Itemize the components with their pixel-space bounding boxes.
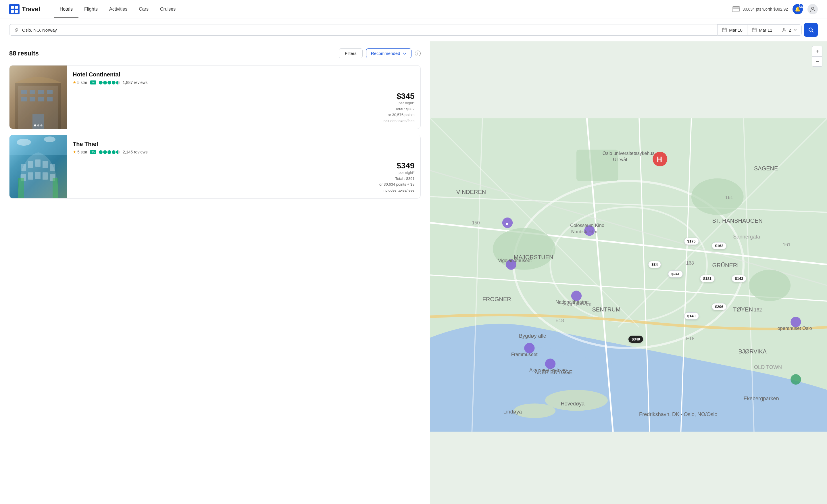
svg-point-43 [44,137,55,142]
nav-hotels[interactable]: Hotels [54,1,79,17]
svg-rect-5 [733,7,739,11]
taxes-label: Includes taxes/fees [73,118,415,124]
price-marker-140[interactable]: $140 [684,312,699,319]
nav-flights[interactable]: Flights [79,1,103,17]
map-svg: VINDEREN SAGENE ST. HANSHAUGEN Sannergat… [430,41,827,504]
price-marker-206[interactable]: $206 [712,303,726,310]
dot-2 [37,124,39,127]
location-icon [14,27,19,33]
total-price: Total : $382 [73,106,415,112]
hotel-info-thief: The Thief ★ 5 star TA [67,135,421,198]
carousel-dots [34,124,43,127]
tripadvisor-icon: TA [90,81,96,85]
zoom-in-button[interactable]: + [812,46,822,56]
price-marker-241[interactable]: $241 [668,270,683,278]
hotel-price: $349 [396,161,415,170]
user-icon [810,6,816,12]
svg-rect-41 [9,135,67,155]
svg-rect-1 [11,6,14,9]
price-marker-34[interactable]: $34 [648,261,661,268]
hotel-info-continental: Hotel Continental ★ 5 star TA [67,65,421,129]
guests-selector[interactable]: 2 [777,24,802,36]
notification-badge: 1 [799,3,804,8]
svg-text:Frammuseet: Frammuseet [511,352,537,357]
star-icon: ★ [73,80,77,85]
svg-text:Ullevål: Ullevål [613,157,627,162]
svg-point-102 [790,374,801,385]
svg-rect-9 [722,28,726,32]
taxes-label: Includes taxes/fees [73,188,415,194]
svg-text:BJØRVIKA: BJØRVIKA [738,348,767,355]
nav-cruises[interactable]: Cruises [154,1,181,17]
reviews-count: 1,887 reviews [123,80,147,85]
rating-dot-1 [99,81,103,85]
stars-label: 5 star [77,150,87,154]
svg-text:FROGNER: FROGNER [482,296,511,302]
checkin-date[interactable]: Mar 10 [718,24,747,36]
rating-dot-5 [116,81,120,85]
notification-button[interactable]: 🔔 1 [792,4,803,14]
logo[interactable]: Travel [9,4,40,14]
price-marker-181[interactable]: $181 [700,275,715,282]
rating-dot-1 [99,150,103,154]
svg-text:161: 161 [782,242,790,247]
user-avatar-button[interactable] [808,4,818,14]
search-button[interactable] [804,23,818,37]
price-marker-162[interactable]: $162 [712,242,726,249]
results-count: 88 results [9,50,39,57]
zoom-out-button[interactable]: − [812,56,822,67]
svg-rect-3 [11,10,14,13]
hotel-card[interactable]: The Thief ★ 5 star TA [9,135,421,199]
travel-logo-icon [9,4,19,14]
map-panel: VINDEREN SAGENE ST. HANSHAUGEN Sannergat… [430,41,827,504]
guests-value: 2 [789,28,791,33]
sort-label: Recommended [371,51,400,56]
stars-label: 5 star [77,80,87,85]
price-marker-175[interactable]: $175 [684,238,699,245]
dot-3 [41,124,43,127]
hotel-card[interactable]: Hotel Continental ★ 5 star TA [9,65,421,129]
rating-dot-2 [103,150,107,154]
hotel-illustration-thief [9,135,67,198]
svg-rect-26 [21,97,27,101]
calendar-icon-2 [752,28,757,32]
rating-dot-5 [116,150,120,154]
rating-dots [99,81,120,85]
hotel-name: The Thief [73,141,415,147]
rating-dot-3 [107,81,111,85]
location-input[interactable]: Oslo, NO, Norway [9,24,718,36]
per-night: per night* [73,170,415,175]
checkout-date[interactable]: Mar 11 [747,24,777,36]
guests-icon [782,28,786,32]
svg-text:Vigelandmuseet: Vigelandmuseet [498,258,532,263]
svg-point-17 [783,28,785,30]
svg-rect-4 [15,10,18,13]
svg-rect-32 [28,161,33,168]
rating-dot-2 [103,81,107,85]
filters-button[interactable]: Filters [339,48,362,58]
svg-text:OLD TOWN: OLD TOWN [754,364,782,370]
svg-text:E18: E18 [555,318,564,323]
total-price: Total : $391 [73,176,415,182]
svg-rect-38 [35,172,41,179]
price-marker-143[interactable]: $143 [732,275,746,282]
svg-text:168: 168 [686,260,694,265]
hotel-image-continental [9,65,67,129]
svg-rect-29 [47,97,53,101]
svg-rect-35 [50,164,55,171]
price-marker-349[interactable]: $349 [628,336,643,343]
rating-dot-4 [112,150,115,154]
main-nav: Hotels Flights Activities Cars Cruises [54,1,732,17]
sort-button[interactable]: Recommended [366,48,411,58]
rating-dot-4 [112,81,115,85]
svg-rect-39 [43,172,48,180]
info-icon[interactable]: i [415,51,421,56]
nav-activities[interactable]: Activities [103,1,133,17]
svg-text:Oslo universitetssykehus,: Oslo universitetssykehus, [602,151,655,156]
location-value: Oslo, NO, Norway [22,28,57,33]
svg-text:VINDEREN: VINDEREN [456,189,486,195]
svg-text:H: H [656,155,662,163]
svg-rect-24 [38,90,44,94]
nav-cars[interactable]: Cars [133,1,154,17]
map-container[interactable]: VINDEREN SAGENE ST. HANSHAUGEN Sannergat… [430,41,827,504]
